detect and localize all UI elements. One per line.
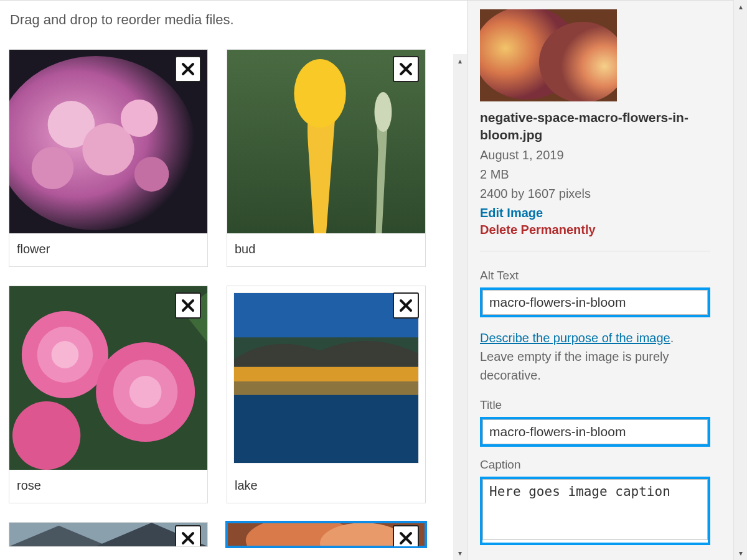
media-caption[interactable]: bud [227, 233, 425, 266]
close-icon [181, 531, 195, 546]
attachment-filename: negative-space-macro-flowers-in-bloom.jp… [480, 109, 716, 144]
caption-field-highlight [480, 477, 710, 545]
close-icon [398, 298, 413, 313]
attachment-dimensions: 2400 by 1607 pixels [480, 184, 729, 203]
edit-image-link[interactable]: Edit Image [480, 206, 729, 220]
delete-permanently-link[interactable]: Delete Permanently [480, 223, 729, 237]
alt-text-label: Alt Text [480, 269, 729, 282]
close-icon [398, 62, 413, 77]
media-grid-panel: Drag and drop to reorder media files. fl… [0, 1, 467, 560]
media-grid: flower bud [9, 49, 461, 503]
svg-point-4 [32, 147, 74, 189]
attachment-filesize: 2 MB [480, 165, 729, 184]
scroll-down-icon[interactable]: ▾ [734, 546, 747, 560]
media-card[interactable] [227, 522, 426, 547]
remove-media-button[interactable] [393, 56, 419, 82]
svg-point-17 [129, 376, 162, 408]
divider [480, 251, 710, 251]
title-input[interactable] [482, 419, 708, 444]
media-caption[interactable]: flower [9, 233, 207, 266]
media-caption[interactable]: rose [9, 470, 207, 503]
svg-point-6 [134, 157, 169, 192]
remove-media-button[interactable] [175, 292, 201, 319]
remove-media-button[interactable] [393, 525, 419, 547]
remove-media-button[interactable] [175, 56, 201, 82]
reorder-instruction: Drag and drop to reorder media files. [10, 12, 461, 28]
close-icon [398, 531, 413, 546]
title-field-highlight [480, 417, 710, 447]
svg-point-14 [52, 341, 79, 368]
grid-scrollbar[interactable]: ▴ ▾ [453, 54, 467, 560]
page-scrollbar[interactable]: ▴ ▾ [733, 0, 747, 560]
media-grid-partial [9, 522, 461, 547]
svg-rect-23 [234, 381, 418, 394]
alt-text-input[interactable] [482, 290, 708, 315]
svg-point-10 [375, 92, 392, 132]
media-card[interactable]: bud [227, 49, 426, 267]
alt-text-help: Describe the purpose of the image. Leave… [480, 329, 710, 385]
remove-media-button[interactable] [393, 292, 419, 319]
media-card[interactable]: rose [9, 286, 208, 503]
scroll-up-icon[interactable]: ▴ [734, 0, 747, 14]
title-label: Title [480, 398, 729, 412]
svg-point-5 [121, 100, 158, 137]
media-card[interactable] [9, 522, 208, 547]
detail-thumbnail [480, 9, 617, 101]
caption-input[interactable] [482, 479, 708, 540]
svg-point-18 [12, 401, 80, 470]
media-editor: Drag and drop to reorder media files. fl… [0, 0, 747, 560]
describe-suffix: . [670, 331, 674, 345]
close-icon [181, 62, 195, 77]
close-icon [181, 298, 195, 313]
caption-label: Caption [480, 458, 729, 472]
scroll-up-icon[interactable]: ▴ [453, 54, 467, 68]
media-card[interactable]: lake [227, 286, 426, 503]
help-text-body: Leave empty if the image is purely decor… [480, 350, 669, 382]
attachment-date: August 1, 2019 [480, 146, 729, 165]
alt-text-field-highlight [480, 287, 710, 317]
attachment-details-panel: negative-space-macro-flowers-in-bloom.jp… [467, 1, 747, 560]
svg-point-9 [294, 59, 345, 128]
scroll-down-icon[interactable]: ▾ [453, 546, 467, 560]
describe-purpose-link[interactable]: Describe the purpose of the image [480, 331, 670, 345]
media-card[interactable]: flower [9, 49, 208, 267]
remove-media-button[interactable] [175, 525, 201, 547]
media-caption[interactable]: lake [227, 470, 425, 503]
